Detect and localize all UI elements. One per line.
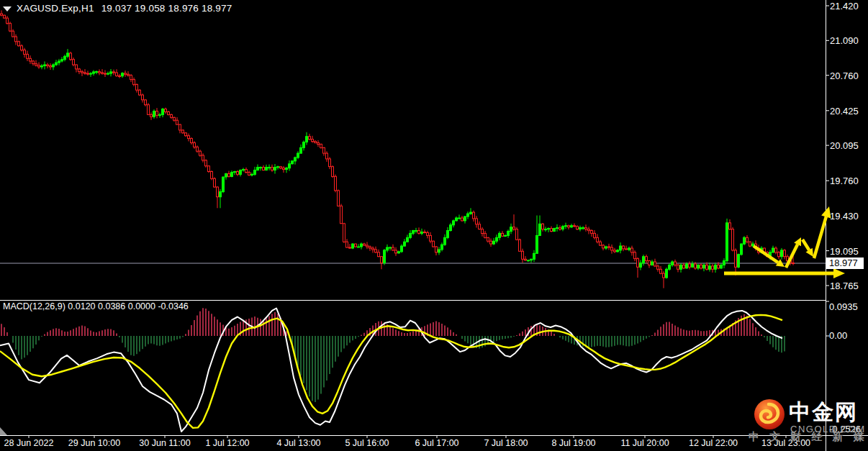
time-axis-label: 11 Jul 20:00 (620, 438, 669, 448)
time-axis-label: 8 Jul 19:00 (551, 438, 595, 448)
price-axis-label: 19.760 (830, 176, 859, 186)
price-axis-label: 20.760 (830, 70, 859, 81)
time-axis-label: 7 Jul 18:00 (484, 438, 528, 448)
macd-axis-max-label: 0.0935 (829, 301, 858, 312)
macd-histogram (1, 308, 785, 402)
macd-signal-line (0, 315, 782, 428)
chart-canvas[interactable] (0, 0, 868, 451)
price-axis-label: 20.425 (830, 106, 859, 117)
macd-indicator-label: MACD(12,26,9) 0.0120 0.0386 0.0000 -0.03… (3, 301, 189, 311)
cngold-logo-text: 中金网 (789, 398, 858, 427)
time-axis-label: 1 Jul 12:00 (205, 438, 249, 448)
cngold-logo-icon (753, 398, 786, 431)
trading-chart-window: XAGUSD.Exp,H119.037 19.058 18.976 18.977… (0, 0, 868, 451)
macd-panel-resize-handle[interactable] (0, 427, 7, 435)
time-axis-label: 5 Jul 16:00 (345, 438, 389, 448)
time-axis-label: 12 Jul 22:00 (689, 438, 738, 448)
price-axis-label: 18.765 (830, 281, 859, 291)
time-axis-label: 6 Jul 17:00 (415, 438, 458, 448)
price-axis-label: 21.090 (830, 35, 859, 46)
candlestick-series (1, 10, 795, 288)
time-axis-label: 30 Jun 11:00 (139, 438, 190, 448)
price-axis-label: 19.095 (830, 246, 859, 257)
watermark-tagline: 中 文 财 经 新 媒 体 (749, 430, 868, 444)
time-axis-label: 29 Jun 10:00 (68, 438, 120, 448)
current-price-tag: 18.977 (826, 258, 864, 269)
symbol-title-bar: XAGUSD.Exp,H119.037 19.058 18.976 18.977 (3, 3, 232, 14)
ohlc-readout: 19.037 19.058 18.976 18.977 (101, 3, 232, 14)
axis-ticks (29, 6, 829, 438)
symbol-dropdown-icon[interactable] (3, 6, 12, 12)
price-axis-label: 21.420 (830, 1, 859, 12)
price-axis-label: 20.095 (830, 140, 859, 151)
time-axis-label: 4 Jul 13:00 (276, 438, 320, 448)
price-axis-label: 19.430 (830, 211, 859, 222)
symbol-title: XAGUSD.Exp,H1 (17, 3, 94, 14)
macd-axis-zero-label: 0.00 (829, 330, 847, 341)
time-axis-label: 28 Jun 2022 (4, 438, 54, 448)
